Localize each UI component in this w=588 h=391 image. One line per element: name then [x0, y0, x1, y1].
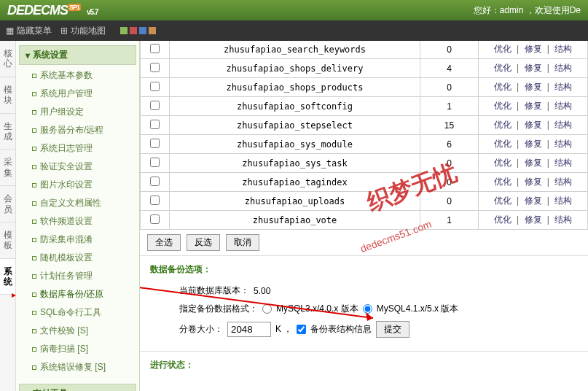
cancel-selection-button[interactable]: 取消 — [226, 234, 259, 251]
row-checkbox[interactable] — [150, 196, 160, 205]
vtab-0[interactable]: 核心 — [0, 41, 15, 77]
chunk-unit: K ， — [275, 323, 292, 336]
optimize-link[interactable]: 优化 — [491, 101, 514, 111]
row-checkbox[interactable] — [150, 63, 160, 72]
table-row: zhusufapiao_uploads0优化 | 修复 | 结构 — [141, 192, 588, 211]
bullet-icon — [32, 347, 36, 352]
bullet-icon — [32, 293, 36, 297]
format-radio-mysql3[interactable] — [262, 304, 272, 314]
repair-link[interactable]: 修复 — [522, 120, 545, 130]
topbar: ▦ 隐藏菜单 ⊞ 功能地图 — [0, 20, 588, 41]
sidebar-item[interactable]: 计划任务管理 — [32, 267, 136, 285]
sidebar-item[interactable]: 系统用户管理 — [32, 85, 136, 103]
repair-link[interactable]: 修复 — [522, 196, 545, 206]
sidebar-item[interactable]: 病毒扫描 [S] — [32, 340, 136, 358]
optimize-link[interactable]: 优化 — [491, 196, 514, 206]
chunk-size-input[interactable] — [227, 322, 271, 337]
table-row: zhusufapiao_shops_delivery4优化 | 修复 | 结构 — [141, 59, 588, 78]
bullet-icon — [32, 238, 36, 242]
repair-link[interactable]: 修复 — [522, 177, 545, 187]
sidebar-item[interactable]: SQL命令行工具 — [32, 303, 136, 322]
structure-link[interactable]: 结构 — [552, 44, 575, 54]
optimize-link[interactable]: 优化 — [491, 82, 514, 92]
backup-structure-checkbox[interactable] — [297, 325, 306, 334]
optimize-link[interactable]: 优化 — [491, 63, 514, 73]
table-name-cell: zhusufapiao_sys_module — [170, 135, 420, 154]
sidebar-item[interactable]: 自定义文档属性 — [32, 194, 136, 212]
sidebar-item[interactable]: 软件频道设置 — [32, 212, 136, 231]
vtab-5[interactable]: 模板 — [0, 222, 15, 259]
format-radio-mysql4[interactable] — [363, 304, 372, 314]
theme-color-swatch[interactable] — [149, 27, 156, 34]
sidebar-item[interactable]: 系统日志管理 — [32, 139, 136, 158]
repair-link[interactable]: 修复 — [522, 214, 545, 225]
structure-link[interactable]: 结构 — [552, 63, 575, 73]
row-checkbox[interactable] — [150, 158, 160, 167]
optimize-link[interactable]: 优化 — [491, 214, 514, 225]
bullet-icon — [32, 274, 36, 279]
sidebar-item[interactable]: 文件校验 [S] — [32, 322, 136, 340]
structure-link[interactable]: 结构 — [552, 214, 575, 225]
table-name-cell: zhusufapiao_sys_task — [170, 154, 420, 173]
optimize-link[interactable]: 优化 — [491, 120, 514, 130]
sidebar-item[interactable]: 防采集串混淆 — [32, 231, 136, 249]
sidebar-section-header[interactable]: ▾ 系统设置 — [19, 45, 136, 65]
repair-link[interactable]: 修复 — [522, 101, 545, 111]
invert-selection-button[interactable]: 反选 — [187, 234, 220, 251]
repair-link[interactable]: 修复 — [522, 63, 545, 73]
row-checkbox[interactable] — [150, 101, 160, 110]
structure-link[interactable]: 结构 — [552, 120, 575, 130]
optimize-link[interactable]: 优化 — [491, 139, 514, 149]
table-name-cell: zhusufapiao_vote — [170, 211, 420, 230]
table-name-cell: zhusufapiao_stepselect — [170, 116, 420, 135]
feature-map-button[interactable]: ⊞ 功能地图 — [60, 25, 106, 37]
sidebar-item[interactable]: 系统基本参数 — [32, 66, 136, 85]
structure-link[interactable]: 结构 — [552, 158, 575, 168]
db-version-row: 当前数据库版本： 5.00 — [179, 284, 578, 297]
db-version-value: 5.00 — [254, 286, 270, 296]
repair-link[interactable]: 修复 — [522, 139, 545, 149]
row-checkbox[interactable] — [150, 177, 160, 186]
structure-link[interactable]: 结构 — [552, 82, 575, 92]
row-checkbox[interactable] — [150, 214, 160, 224]
table-count-cell: 1 — [420, 211, 479, 230]
sidebar-section-header[interactable]: ▾ 支付工具 — [19, 384, 136, 391]
row-checkbox[interactable] — [150, 44, 160, 53]
theme-color-swatch[interactable] — [139, 27, 146, 34]
sidebar-item[interactable]: 图片水印设置 — [32, 176, 136, 194]
optimize-link[interactable]: 优化 — [491, 158, 514, 168]
vtab-3[interactable]: 采集 — [0, 150, 15, 186]
sidebar-item[interactable]: 验证安全设置 — [32, 158, 136, 176]
vtab-1[interactable]: 模块 — [0, 77, 15, 114]
structure-link[interactable]: 结构 — [552, 139, 575, 149]
sidebar-item[interactable]: 用户组设定 — [32, 103, 136, 121]
table-name-cell: zhusufapiao_shops_products — [170, 78, 420, 97]
repair-link[interactable]: 修复 — [522, 82, 545, 92]
structure-link[interactable]: 结构 — [552, 196, 575, 206]
row-checkbox[interactable] — [150, 120, 160, 129]
vtab-4[interactable]: 会员 — [0, 186, 15, 222]
table-row: zhusufapiao_sys_task0优化 | 修复 | 结构 — [141, 154, 588, 173]
optimize-link[interactable]: 优化 — [491, 44, 514, 54]
theme-color-swatch[interactable] — [120, 27, 128, 34]
optimize-link[interactable]: 优化 — [491, 177, 514, 187]
structure-link[interactable]: 结构 — [552, 177, 575, 187]
vtab-2[interactable]: 生成 — [0, 114, 15, 150]
sidebar-item[interactable]: 随机模板设置 — [32, 249, 136, 267]
sidebar-item[interactable]: 系统错误修复 [S] — [32, 358, 136, 376]
submit-button[interactable]: 提交 — [376, 321, 409, 338]
theme-color-swatch[interactable] — [130, 27, 137, 34]
structure-link[interactable]: 结构 — [552, 101, 575, 111]
bullet-icon — [32, 110, 36, 115]
row-checkbox[interactable] — [150, 82, 160, 91]
select-all-button[interactable]: 全选 — [147, 234, 181, 251]
table-count-cell: 6 — [420, 135, 479, 154]
sidebar-item[interactable]: 服务器分布/远程 — [32, 121, 136, 139]
hide-menu-button[interactable]: ▦ 隐藏菜单 — [6, 25, 52, 37]
row-checkbox[interactable] — [150, 139, 160, 148]
bullet-icon — [32, 147, 36, 151]
repair-link[interactable]: 修复 — [522, 158, 545, 168]
sidebar-item[interactable]: ▸数据库备份/还原 — [32, 285, 136, 303]
repair-link[interactable]: 修复 — [522, 44, 545, 54]
table-row: zhusufapiao_vote1优化 | 修复 | 结构 — [141, 211, 588, 230]
